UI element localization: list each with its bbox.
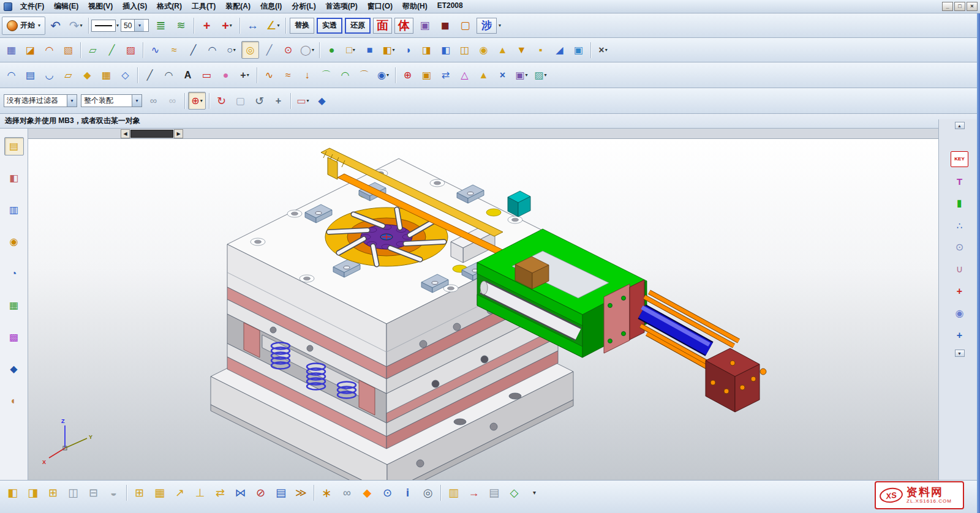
dropdown-arrow[interactable]: ▾ bbox=[393, 47, 395, 53]
dropdown-arrow[interactable]: ▾ bbox=[277, 23, 280, 28]
pad-icon[interactable]: ▪ bbox=[532, 41, 549, 59]
mate-constraint-icon[interactable]: ×▾ bbox=[594, 41, 612, 59]
assembly-navigator-icon[interactable]: ▤ bbox=[4, 137, 24, 155]
boss-icon[interactable]: ▲ bbox=[494, 41, 511, 59]
sketch-icon[interactable]: ▨ bbox=[122, 41, 140, 59]
add-component-icon[interactable]: ⊞ bbox=[130, 483, 149, 502]
block-icon[interactable]: □▾ bbox=[342, 41, 360, 59]
dropdown-arrow[interactable]: ▾ bbox=[499, 23, 501, 28]
datum-plane-icon[interactable]: ▱ bbox=[84, 41, 102, 59]
pan-icon[interactable]: + bbox=[270, 92, 287, 110]
information-icon[interactable]: ▦ bbox=[4, 296, 24, 315]
revolve-icon[interactable]: ◑ bbox=[399, 41, 417, 59]
sweep-along-guide-icon[interactable]: ◠ bbox=[40, 41, 58, 59]
dropdown-arrow[interactable]: ▾ bbox=[545, 72, 547, 78]
patch-body-icon[interactable]: ▨▾ bbox=[532, 66, 549, 84]
menu-item-11[interactable]: 帮助(H) bbox=[398, 0, 432, 13]
chevron-down-icon[interactable]: ▾ bbox=[132, 95, 141, 107]
remember-constraints-icon[interactable]: ▥ bbox=[444, 483, 463, 502]
redo-icon[interactable]: ↷▾ bbox=[66, 16, 85, 36]
test-tube-icon[interactable]: ∪ bbox=[951, 261, 968, 277]
selection-scope-dropdown[interactable]: 整个装配 ▾ bbox=[81, 94, 142, 107]
solid-cube-icon[interactable]: ◼ bbox=[435, 16, 454, 36]
move-component-icon[interactable]: ↗ bbox=[170, 483, 189, 502]
isolate-component-icon[interactable]: ◎ bbox=[418, 483, 437, 502]
interpart-link-icon[interactable]: ∞ bbox=[337, 483, 356, 502]
dropdown-arrow[interactable]: ▾ bbox=[307, 98, 309, 103]
dropdown-arrow[interactable]: ▾ bbox=[247, 72, 249, 78]
layer-select[interactable]: 50 ▾ bbox=[121, 19, 149, 32]
join-curve-icon[interactable]: ≈ bbox=[279, 66, 297, 84]
studio-shape-icon[interactable]: ● bbox=[217, 66, 235, 84]
suppress-component-icon[interactable]: ⊘ bbox=[251, 483, 270, 502]
move-face-icon[interactable]: ⊕ bbox=[399, 66, 417, 84]
pocket-icon[interactable]: ▼ bbox=[513, 41, 530, 59]
sheet-body-icon[interactable]: ▧ bbox=[59, 41, 77, 59]
menu-item-12[interactable]: ET2008 bbox=[432, 0, 468, 13]
unite-icon[interactable]: ◨ bbox=[418, 41, 435, 59]
graphics-window[interactable]: ◀ ▶ bbox=[28, 129, 938, 480]
point-icon[interactable]: +▾ bbox=[236, 66, 254, 84]
history-icon[interactable]: ◔ bbox=[4, 264, 24, 283]
dropdown-arrow[interactable]: ▾ bbox=[116, 23, 119, 28]
through-curves-icon[interactable]: ◠ bbox=[2, 66, 20, 84]
section-curve-icon[interactable]: ◠ bbox=[336, 66, 354, 84]
roles-icon[interactable]: ◐ bbox=[4, 392, 24, 410]
text-icon[interactable]: A bbox=[179, 66, 197, 84]
hydraulic-cylinder[interactable] bbox=[604, 280, 766, 412]
dropdown-arrow[interactable]: ▾ bbox=[312, 47, 314, 53]
deform-body-icon[interactable]: ◪ bbox=[21, 41, 39, 59]
product-outline-icon[interactable]: ◇ bbox=[505, 483, 524, 502]
capsule-icon[interactable]: ▮ bbox=[951, 195, 968, 211]
mirror-assembly-icon[interactable]: ⋈ bbox=[231, 483, 250, 502]
datum-axis-icon[interactable]: ╱ bbox=[103, 41, 121, 59]
assembly-constraints-icon[interactable]: ⊥ bbox=[190, 483, 209, 502]
explode-assembly-icon[interactable]: ∗ bbox=[317, 483, 336, 502]
sphere-icon[interactable]: ● bbox=[323, 41, 341, 59]
bridge-curve-icon[interactable]: ◎ bbox=[241, 41, 259, 59]
close-button[interactable]: × bbox=[967, 2, 978, 11]
project-curve-icon[interactable]: ↓ bbox=[298, 66, 316, 84]
wade-button[interactable]: 涉 bbox=[477, 18, 497, 34]
ruled-surface-icon[interactable]: ▤ bbox=[21, 66, 39, 84]
shell-icon[interactable]: ▣ bbox=[570, 41, 587, 59]
broken-link-icon[interactable]: ∞ bbox=[164, 92, 181, 110]
dock-scroll-down-button[interactable]: ▼ bbox=[955, 350, 965, 357]
wire-sphere-icon[interactable]: ⊙ bbox=[951, 239, 968, 255]
palette-icon[interactable]: ▩ bbox=[4, 328, 24, 346]
extrude-icon[interactable]: ◧▾ bbox=[380, 41, 398, 59]
translucent-button[interactable]: 实透 bbox=[317, 18, 342, 34]
horizontal-scrollbar[interactable]: ◀ ▶ bbox=[28, 129, 938, 139]
restore-button[interactable]: □ bbox=[954, 2, 965, 11]
replace-face-icon[interactable]: ▣▾ bbox=[513, 66, 530, 84]
component-info-icon[interactable]: i bbox=[398, 483, 417, 502]
spline-icon[interactable]: ∿ bbox=[146, 41, 164, 59]
dropdown-arrow[interactable]: ▾ bbox=[200, 98, 203, 103]
menu-item-2[interactable]: 视图(V) bbox=[83, 0, 118, 13]
viewport-canvas[interactable]: Z Y X bbox=[28, 139, 938, 480]
create-parent-icon[interactable]: ⊞ bbox=[43, 483, 62, 502]
show-dof-icon[interactable]: → bbox=[464, 483, 483, 502]
dropdown-arrow[interactable]: ▾ bbox=[233, 47, 236, 53]
pattern-component-icon[interactable]: ▦ bbox=[150, 483, 169, 502]
four-point-surface-icon[interactable]: ▱ bbox=[59, 66, 77, 84]
arrangements-icon[interactable]: ▤ bbox=[271, 483, 290, 502]
menu-item-9[interactable]: 首选项(P) bbox=[321, 0, 363, 13]
tube-icon[interactable]: ◉▾ bbox=[374, 66, 392, 84]
curve-mesh-icon[interactable]: ▦ bbox=[97, 66, 115, 84]
dropdown-arrow[interactable]: ▾ bbox=[353, 47, 355, 53]
toolbar-options-arrow[interactable]: ▾ bbox=[525, 483, 544, 502]
reuse-library-icon[interactable]: ◉ bbox=[4, 233, 24, 251]
key-icon[interactable]: KEY bbox=[951, 151, 968, 167]
intersection-curve-icon[interactable]: ⌒ bbox=[317, 66, 335, 84]
menu-item-5[interactable]: 工具(T) bbox=[187, 0, 221, 13]
mirror-feature-icon[interactable]: ⇄ bbox=[437, 66, 454, 84]
offset-curve-icon[interactable]: ∿ bbox=[260, 66, 278, 84]
create-new-component-icon[interactable]: ◨ bbox=[23, 483, 42, 502]
wire-cube-icon[interactable]: ▢ bbox=[456, 16, 475, 36]
measure-distance-icon[interactable]: ↔ bbox=[243, 16, 262, 36]
facetted-body-icon[interactable]: ◒ bbox=[104, 483, 123, 502]
dropdown-arrow[interactable]: ▾ bbox=[230, 23, 232, 28]
profile-line-icon[interactable]: ╱ bbox=[141, 66, 159, 84]
direct-sketch-icon[interactable]: ▦ bbox=[2, 41, 20, 59]
